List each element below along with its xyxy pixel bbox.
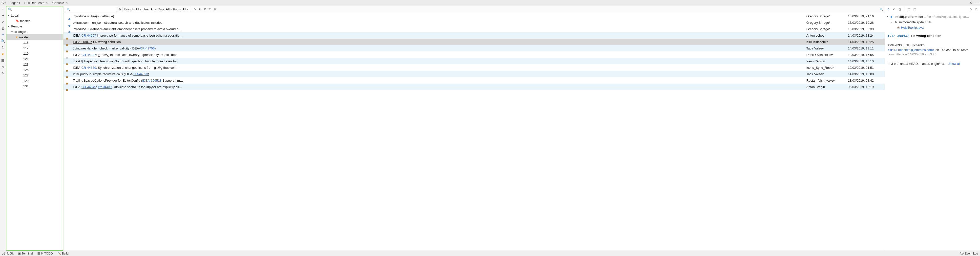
- layout-icon[interactable]: ▤: [913, 7, 916, 11]
- top-tab-bar: Git: Log: all Pull Requests ✕ Console ✕ …: [0, 0, 980, 6]
- commit-date: 13/03/2019, 03:39: [848, 27, 885, 31]
- tree-local-master[interactable]: 🔖 master: [6, 18, 63, 24]
- tree-root[interactable]: ▾ ◧ intellij.platform.ide 1 file ~/IdeaP…: [885, 14, 980, 19]
- event-log[interactable]: 💬 Event Log: [960, 252, 978, 255]
- commit-search-input[interactable]: [72, 8, 115, 11]
- commit-row[interactable]: introduce nullize(s, defValue)Gregory.Sh…: [64, 13, 885, 19]
- tree-commit-count[interactable]: 123: [6, 62, 63, 67]
- issue-link[interactable]: CR-42756: [140, 46, 154, 50]
- tree-commit-count[interactable]: 127: [6, 72, 63, 78]
- compare-prev-icon[interactable]: ✧: [887, 7, 890, 11]
- commit-row[interactable]: extract common json, structural search a…: [64, 19, 885, 26]
- commit-row[interactable]: IDEA-CR-44889: Synchronization of change…: [64, 64, 885, 71]
- console-tab[interactable]: Console ✕: [51, 0, 69, 6]
- commit-date: 14/03/2019, 13:11: [848, 46, 885, 50]
- todo-tool-tab[interactable]: ☰ 6: TODO: [37, 252, 53, 255]
- refresh-icon[interactable]: ↻: [193, 8, 196, 11]
- date-filter[interactable]: Date: All ▾: [158, 8, 172, 11]
- tree-remote-node[interactable]: ▾ Remote: [6, 24, 63, 29]
- expand-icon[interactable]: ⇲: [1, 65, 5, 69]
- branches-list: In 3 branches: HEAD, master, origin/ma…: [888, 62, 948, 66]
- tree-local-node[interactable]: ▾ Local: [6, 13, 63, 18]
- tree-commit-count[interactable]: 117: [6, 45, 63, 51]
- branch-search-input[interactable]: [13, 8, 61, 11]
- build-tool-tab[interactable]: 🔨 Build: [57, 252, 69, 255]
- issue-link[interactable]: CR-44897: [81, 53, 96, 57]
- show-all-link[interactable]: Show all: [948, 62, 961, 66]
- commit-row[interactable]: JoinLinesHandler: check marker validity …: [64, 45, 885, 51]
- tree-origin-node[interactable]: ▾ 🖿 origin: [6, 29, 63, 34]
- sort-icon[interactable]: ⇵: [204, 8, 206, 11]
- tree-commit-count[interactable]: 125: [6, 67, 63, 72]
- collapse-all-icon[interactable]: ⇱: [975, 7, 978, 11]
- balloon-icon: 💬: [960, 252, 964, 255]
- terminal-tool-tab[interactable]: ▣ Terminal: [18, 252, 33, 255]
- plus-icon[interactable]: +: [1, 13, 5, 17]
- tree-commit-count[interactable]: 119: [6, 51, 63, 56]
- issue-link[interactable]: CR-44957: [81, 34, 96, 37]
- gear-icon[interactable]: ⚙: [118, 8, 121, 11]
- issue-link[interactable]: CR-44889: [81, 66, 96, 69]
- commit-search[interactable]: 🔍: [65, 7, 117, 12]
- commits-panel: 🔍 ⚙ Branch: All ▾ User: All ▾ Date: All …: [63, 6, 885, 251]
- pull-requests-tab[interactable]: Pull Requests ✕: [24, 0, 49, 6]
- commit-message: IDEA-208437 Fix wrong condition: [73, 40, 807, 44]
- commit-row[interactable]: Infer purity in simple recursive calls (…: [64, 71, 885, 77]
- minimize-icon[interactable]: —: [975, 1, 978, 5]
- commit-row[interactable]: introduce JBTabbedPane#tabComponentInset…: [64, 26, 885, 32]
- star-icon: ★: [15, 35, 18, 39]
- refresh-icon[interactable]: ↻: [1, 45, 5, 50]
- tree-commit-count[interactable]: 121: [6, 56, 63, 62]
- delete-icon[interactable]: 🗑: [1, 26, 5, 30]
- layout-icon[interactable]: ▦: [1, 58, 5, 62]
- collapse-icon[interactable]: ⇱: [1, 71, 5, 75]
- search-icon[interactable]: 🔍: [1, 39, 5, 43]
- checkout-icon[interactable]: ↙: [1, 20, 5, 24]
- eye-icon[interactable]: 👁: [208, 8, 212, 11]
- close-icon[interactable]: ✕: [66, 1, 68, 5]
- search-icon[interactable]: 🔍: [880, 8, 883, 11]
- log-tab[interactable]: Log: all: [9, 0, 21, 6]
- commit-info: IDEA-208437 Fix wrong condition a93c9893…: [885, 33, 980, 66]
- commit-row[interactable]: IDEA-CR-44897: [groovy] extract DefaultU…: [64, 51, 885, 58]
- paths-filter[interactable]: Paths: All ▾: [173, 8, 188, 11]
- commit-row[interactable]: [devkit] InspectionDescriptionNotFoundIn…: [64, 58, 885, 64]
- close-icon[interactable]: ✕: [46, 1, 48, 5]
- tree-commit-count[interactable]: 129: [6, 78, 63, 83]
- commit-message: Infer purity in simple recursive calls (…: [73, 72, 807, 76]
- commit-date: 13/03/2019, 19:28: [848, 21, 885, 24]
- tree-file[interactable]: ☕ HelpTooltip.java: [885, 25, 980, 30]
- commit-row[interactable]: TrailingSpacesOptionsProvider for Editor…: [64, 77, 885, 83]
- chevron-down-icon: ▾: [140, 8, 141, 11]
- remote-label: Remote: [11, 24, 22, 28]
- user-filter[interactable]: User: All ▾: [143, 8, 156, 11]
- tree-commit-count[interactable]: 131: [6, 83, 63, 89]
- compare-icon[interactable]: ✧: [1, 33, 5, 37]
- git-tool-tab[interactable]: ⎇ 9: Git: [2, 252, 14, 255]
- open-tab-icon[interactable]: ⧉: [214, 8, 216, 11]
- commit-date: 14/03/2019, 13:10: [848, 59, 885, 63]
- tree-remote-master[interactable]: ★ master: [6, 34, 63, 40]
- commit-row[interactable]: IDEA-CR-44957 improve performance of som…: [64, 32, 885, 38]
- gear-icon[interactable]: ⚙: [970, 1, 973, 5]
- history-icon[interactable]: ◔: [899, 7, 901, 11]
- branches-panel: 🔍 ▾ Local 🔖 master ▾ Remote ▾ 🖿 origin: [6, 6, 63, 251]
- expand-all-icon[interactable]: ⇲: [970, 7, 972, 11]
- issue-link[interactable]: CR-44949: [81, 85, 96, 89]
- back-icon[interactable]: ‹: [1, 7, 5, 11]
- group-icon[interactable]: ◫: [907, 7, 910, 11]
- commit-row[interactable]: IDEA-CR-44949: PY-34437 Duplicate shortc…: [64, 83, 885, 90]
- commit-date: 13/03/2019, 21:16: [848, 14, 885, 18]
- cherry-pick-icon[interactable]: ⚘: [198, 8, 201, 11]
- star-icon[interactable]: ★: [1, 52, 5, 56]
- issue-link[interactable]: PY-34437: [98, 85, 112, 89]
- branch-search[interactable]: 🔍: [6, 6, 63, 12]
- issue-link[interactable]: IDEA-199518: [142, 78, 162, 82]
- commits-toolbar: 🔍 ⚙ Branch: All ▾ User: All ▾ Date: All …: [64, 6, 885, 13]
- tree-package[interactable]: ▾ 🖿 src/com/intellij/ide 1 file: [885, 19, 980, 25]
- undo-icon[interactable]: ↶: [893, 7, 896, 11]
- issue-link[interactable]: CR-44893: [134, 72, 148, 76]
- commit-row[interactable]: IDEA-208437 Fix wrong conditionKirill Ki…: [64, 38, 885, 45]
- tree-commit-count[interactable]: 115: [6, 40, 63, 45]
- branch-filter[interactable]: Branch: All ▾: [124, 8, 141, 11]
